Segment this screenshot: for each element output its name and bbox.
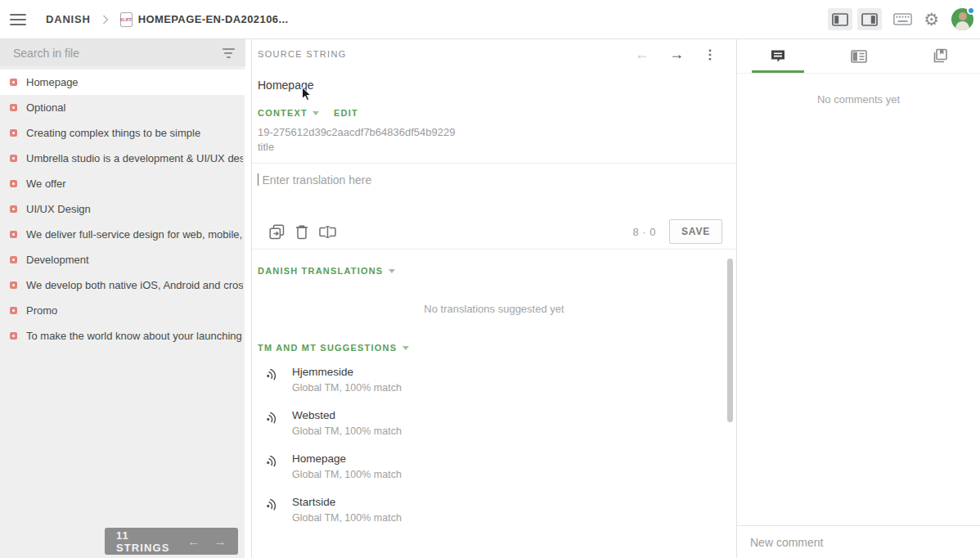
source-string-header: SOURCE STRING ← → ⋮ <box>252 39 736 69</box>
keyboard-shortcuts-icon[interactable] <box>893 13 912 25</box>
tm-suggestion[interactable]: Homepage Global TM, 100% match <box>263 452 731 480</box>
editor-scrollbar-thumb[interactable] <box>727 259 733 422</box>
string-context-value: title <box>258 141 736 153</box>
breadcrumb-language[interactable]: DANISH <box>46 13 91 25</box>
list-item-label: We deliver full-service design for web, … <box>26 228 243 241</box>
suggestion-text: Websted <box>292 409 402 421</box>
search-input[interactable] <box>13 47 221 60</box>
untranslated-status-icon <box>10 104 17 111</box>
context-toggle[interactable]: CONTEXT <box>258 108 308 118</box>
chevron-down-icon <box>402 346 409 350</box>
list-item-selected[interactable]: Homepage <box>0 70 251 95</box>
list-item-label: Development <box>26 254 89 266</box>
info-list-icon <box>851 50 867 63</box>
comments-panel: No comments yet <box>736 39 980 558</box>
hamburger-menu-icon[interactable] <box>10 14 26 25</box>
suggestions-section-toggle[interactable]: TM AND MT SUGGESTIONS <box>258 343 397 353</box>
list-item[interactable]: We offer <box>0 171 251 196</box>
string-list: Homepage Optional Creating complex thing… <box>0 70 251 349</box>
prev-page-icon[interactable]: ← <box>187 535 200 548</box>
tab-context-info[interactable] <box>818 39 899 73</box>
previous-string-icon[interactable]: ← <box>635 47 650 61</box>
new-comment-bar <box>737 525 980 558</box>
new-comment-input[interactable] <box>750 536 967 549</box>
layout-left-icon <box>832 13 848 26</box>
tm-suggestion[interactable]: Hjemmeside Global TM, 100% match <box>263 366 731 394</box>
notification-dot <box>967 7 975 15</box>
filter-icon[interactable] <box>221 48 236 58</box>
search-bar <box>0 39 245 66</box>
list-item[interactable]: To make the world know about your launch… <box>0 323 251 349</box>
translations-section-toggle[interactable]: DANISH TRANSLATIONS <box>258 266 383 276</box>
save-button[interactable]: SAVE <box>669 219 722 244</box>
tm-suggestion[interactable]: Startside Global TM, 100% match <box>263 496 731 524</box>
clear-translation-icon[interactable] <box>295 224 308 240</box>
chevron-right-icon <box>102 15 109 25</box>
strings-counter-label: 11 STRINGS <box>116 529 174 554</box>
copy-source-icon[interactable] <box>269 224 285 240</box>
list-item-label: To make the world know about your launch… <box>26 330 243 342</box>
untranslated-status-icon <box>10 129 17 137</box>
translation-actions: 8 · 0 SAVE <box>252 214 736 249</box>
list-item[interactable]: Optional <box>0 95 251 120</box>
tm-suggestion[interactable]: Websted Global TM, 100% match <box>263 409 731 437</box>
tm-source-icon <box>263 453 280 480</box>
list-item-label: UI/UX Design <box>26 203 91 215</box>
toggle-left-panel-button[interactable] <box>828 8 852 30</box>
right-panel-tabs <box>737 39 980 74</box>
tab-comments[interactable] <box>737 39 818 73</box>
comments-empty-text: No comments yet <box>737 93 980 106</box>
chevron-down-icon <box>389 269 395 273</box>
suggestion-text: Startside <box>292 496 402 508</box>
tm-source-icon <box>263 367 280 394</box>
list-item[interactable]: Promo <box>0 298 251 323</box>
tm-suggestion-list: Hjemmeside Global TM, 100% match <box>252 366 736 524</box>
tab-dictionary[interactable] <box>899 39 980 73</box>
strings-counter: 11 STRINGS ← → <box>105 528 238 555</box>
list-item-label: Umbrella studio is a development & UI/UX… <box>26 152 243 164</box>
next-string-icon[interactable]: → <box>669 47 684 61</box>
source-string-label: SOURCE STRING <box>258 49 615 59</box>
toggle-right-panel-button[interactable] <box>857 8 882 30</box>
untranslated-status-icon <box>10 180 17 187</box>
list-item-label: Optional <box>26 101 65 114</box>
breadcrumb-file-name: HOMEPAGE-EN-DA202106... <box>138 13 289 25</box>
suggestion-meta: Global TM, 100% match <box>292 512 402 524</box>
suggestion-meta: Global TM, 100% match <box>292 382 402 394</box>
translation-editor: SOURCE STRING ← → ⋮ Homepage CONTEXT EDI… <box>252 39 736 558</box>
settings-gear-icon[interactable]: ⚙ <box>924 11 939 28</box>
untranslated-status-icon <box>10 256 17 263</box>
list-item-label: We develop both native iOS, Android and … <box>26 279 243 291</box>
list-item[interactable]: Development <box>0 247 251 272</box>
breadcrumb-file[interactable]: XLIFF HOMEPAGE-EN-DA202106... <box>120 12 289 27</box>
untranslated-status-icon <box>10 79 17 86</box>
list-item-label: Promo <box>26 304 57 317</box>
list-item-label: Homepage <box>26 76 79 88</box>
edit-context-button[interactable]: EDIT <box>334 108 358 118</box>
list-item[interactable]: UI/UX Design <box>0 196 251 222</box>
string-hash: 19-275612d39c2aacdf7b64836df54b9229 <box>258 126 736 138</box>
dictionary-book-icon <box>932 48 948 64</box>
suggestion-meta: Global TM, 100% match <box>292 469 402 480</box>
user-avatar[interactable] <box>951 8 973 30</box>
app-window: DANISH XLIFF HOMEPAGE-EN-DA202106... <box>0 0 980 558</box>
untranslated-status-icon <box>10 332 17 340</box>
list-item-label: We offer <box>26 178 66 190</box>
top-bar: DANISH XLIFF HOMEPAGE-EN-DA202106... <box>0 0 980 39</box>
suggestion-text: Homepage <box>292 452 402 465</box>
tm-source-icon <box>263 497 280 524</box>
untranslated-status-icon <box>10 205 17 213</box>
list-item[interactable]: We deliver full-service design for web, … <box>0 222 251 247</box>
suggestion-text: Hjemmeside <box>292 366 402 378</box>
next-page-icon[interactable]: → <box>214 535 227 548</box>
list-item[interactable]: We develop both native iOS, Android and … <box>0 272 251 298</box>
translation-input[interactable]: Enter translation here <box>252 164 736 214</box>
more-options-icon[interactable]: ⋮ <box>704 47 717 62</box>
chevron-down-icon <box>312 111 319 115</box>
select-text-icon[interactable] <box>319 225 336 239</box>
list-item[interactable]: Umbrella studio is a development & UI/UX… <box>0 146 251 171</box>
untranslated-status-icon <box>10 307 17 314</box>
untranslated-status-icon <box>10 281 17 289</box>
list-item[interactable]: Creating complex things to be simple <box>0 120 251 146</box>
comment-icon <box>770 49 786 64</box>
